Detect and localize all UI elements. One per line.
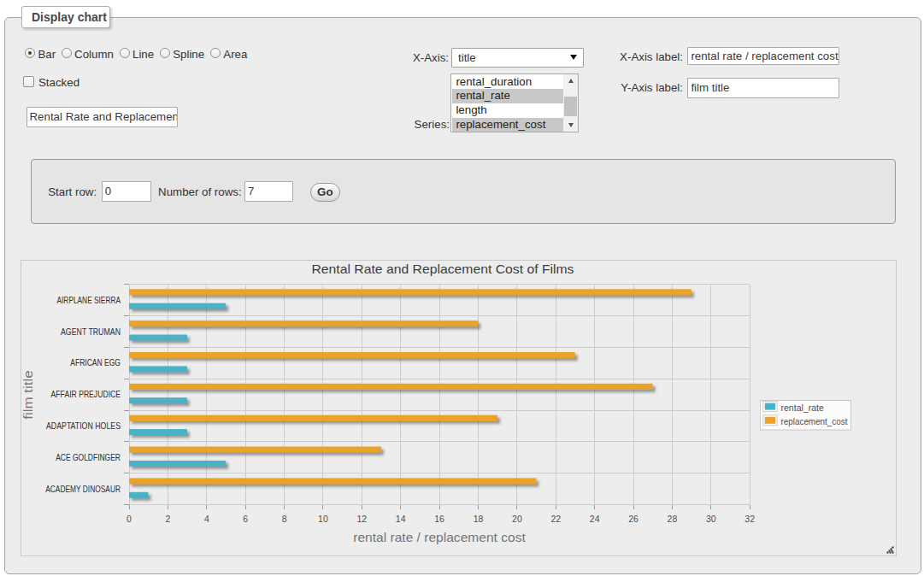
svg-text:30: 30 [706,514,716,524]
svg-text:ADAPTATION HOLES: ADAPTATION HOLES [46,421,121,431]
svg-text:4: 4 [204,514,209,524]
svg-text:0: 0 [127,514,132,524]
svg-text:18: 18 [474,514,484,524]
svg-text:8: 8 [282,514,287,524]
svg-text:10: 10 [318,514,328,524]
svg-text:26: 26 [628,514,639,524]
svg-text:Rental Rate and Replacement Co: Rental Rate and Replacement Cost of Film… [312,262,574,276]
svg-text:AGENT TRUMAN: AGENT TRUMAN [61,327,121,337]
svg-text:film title: film title [21,370,35,419]
svg-text:32: 32 [744,514,755,524]
svg-text:2: 2 [165,514,170,524]
svg-text:rental_rate: rental_rate [781,403,824,413]
svg-text:28: 28 [668,514,678,524]
svg-text:16: 16 [434,514,444,524]
svg-text:AFFAIR PREJUDICE: AFFAIR PREJUDICE [51,390,121,399]
svg-text:14: 14 [396,514,406,524]
svg-text:22: 22 [550,514,561,524]
svg-text:24: 24 [590,514,600,524]
svg-text:6: 6 [243,514,248,524]
svg-text:AFRICAN EGG: AFRICAN EGG [70,358,121,367]
svg-text:ACE GOLDFINGER: ACE GOLDFINGER [56,453,121,462]
svg-text:12: 12 [356,514,367,524]
svg-text:AIRPLANE SIERRA: AIRPLANE SIERRA [57,296,121,305]
svg-text:replacement_cost: replacement_cost [781,416,848,426]
svg-text:rental rate / replacement cost: rental rate / replacement cost [353,530,526,544]
svg-text:20: 20 [512,514,522,524]
svg-text:ACADEMY DINOSAUR: ACADEMY DINOSAUR [45,485,121,494]
